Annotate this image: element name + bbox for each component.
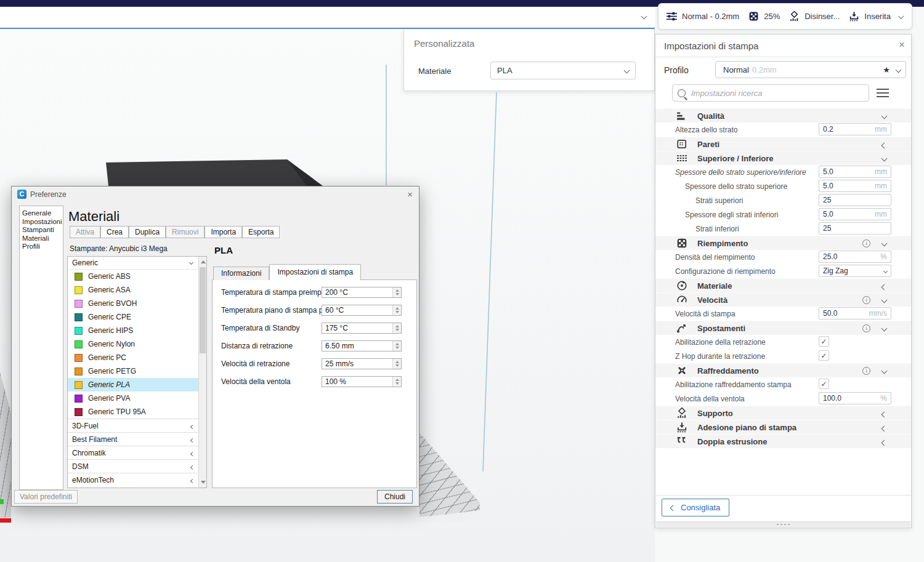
crea-button[interactable]: Crea <box>100 226 129 238</box>
settings-menu-icon[interactable] <box>877 89 889 97</box>
material-brand-best-filament[interactable]: Best Filament <box>68 432 206 446</box>
scroll-up-icon[interactable] <box>201 260 206 263</box>
setting-checkbox[interactable]: ✓ <box>819 379 829 389</box>
tab-impostazioni-di-stampa[interactable]: Impostazioni di stampa <box>269 264 361 280</box>
settings-category-materiale[interactable]: Materiale <box>655 278 911 292</box>
stage-item-25[interactable]: 25% <box>748 11 780 22</box>
material-item-generic-abs[interactable]: Generic ABS <box>68 270 206 283</box>
field-spinbox[interactable]: 200 °C <box>322 287 402 298</box>
sidebar-item-impostazioni[interactable]: Impostazioni <box>22 218 63 227</box>
material-field-temperatura-di-stampa-preimp: Temperatura di stampa preimp...200 °C <box>221 287 416 298</box>
material-item-generic-bvoh[interactable]: Generic BVOH <box>68 297 206 310</box>
info-icon[interactable]: i <box>862 324 870 332</box>
stage-item-normal-0-2mm[interactable]: Normal - 0.2mm <box>666 11 739 22</box>
info-icon[interactable]: i <box>862 367 870 375</box>
duplica-button[interactable]: Duplica <box>129 226 166 238</box>
material-item-generic-cpe[interactable]: Generic CPE <box>68 310 206 324</box>
profile-dropdown[interactable]: Normal 0.2mm ★ <box>715 61 906 78</box>
setting-row-abilitazione-raffreddamento-stampa: Abilitazione raffreddamento stampa✓ <box>655 377 911 391</box>
material-item-generic-pla[interactable]: Generic PLA <box>68 378 206 391</box>
panel-resize-handle[interactable] <box>656 521 910 527</box>
material-brand-dsm[interactable]: DSM <box>68 459 206 473</box>
setting-input[interactable]: 50.0mm/s <box>819 307 891 319</box>
material-item-generic-pva[interactable]: Generic PVA <box>68 391 206 405</box>
material-item-generic-hips[interactable]: Generic HIPS <box>68 324 206 337</box>
materials-scrollbar[interactable] <box>198 257 206 488</box>
material-group-generic[interactable]: Generic <box>68 257 206 270</box>
dialog-title-bar[interactable]: C Preferenze × <box>12 187 419 203</box>
setting-input[interactable]: 25 <box>819 194 891 206</box>
setting-dropdown[interactable]: Zig Zag <box>819 265 891 277</box>
category-label: Raffreddamento <box>697 366 759 375</box>
defaults-button[interactable]: Valori predefiniti <box>14 490 78 504</box>
material-brand-chromatik[interactable]: Chromatik <box>68 446 206 459</box>
settings-category-pareti[interactable]: Pareti <box>655 137 911 151</box>
spinner-arrows-icon[interactable] <box>392 341 401 351</box>
material-icon <box>676 280 687 291</box>
info-icon[interactable]: i <box>862 296 870 304</box>
settings-category-qualit[interactable]: Qualità <box>655 108 911 122</box>
material-item-generic-asa[interactable]: Generic ASA <box>68 283 206 297</box>
sidebar-item-materiali[interactable]: Materiali <box>22 235 63 243</box>
field-spinbox[interactable]: 6.50 mm <box>322 340 402 351</box>
settings-category-supporto[interactable]: Supporto <box>655 406 911 420</box>
spinner-arrows-icon[interactable] <box>392 305 401 315</box>
search-input[interactable] <box>691 89 864 98</box>
info-icon[interactable]: i <box>862 239 870 247</box>
spinner-arrows-icon[interactable] <box>392 323 401 333</box>
setting-input[interactable]: 0.2mm <box>819 123 891 135</box>
settings-search[interactable] <box>672 84 869 102</box>
close-icon[interactable]: × <box>899 39 905 51</box>
setting-input[interactable]: 5.0mm <box>819 208 891 220</box>
field-spinbox[interactable]: 25 mm/s <box>322 358 402 369</box>
setting-checkbox[interactable]: ✓ <box>819 336 829 347</box>
star-icon[interactable]: ★ <box>883 65 890 74</box>
field-spinbox[interactable]: 100 % <box>322 376 402 387</box>
chevron-down-icon[interactable] <box>898 14 904 19</box>
settings-category-spostamenti[interactable]: Spostamentii <box>655 321 911 335</box>
settings-category-superiore-inferiore[interactable]: Superiore / Inferiore <box>655 151 911 165</box>
setting-input[interactable]: 5.0mm <box>819 166 891 178</box>
sidebar-item-stampanti[interactable]: Stampanti <box>22 226 63 235</box>
material-dropdown[interactable]: PLA <box>490 62 636 79</box>
print-setup-summary-bar[interactable]: Normal - 0.2mm25%Disinser...Inserita <box>658 3 912 30</box>
settings-category-doppia-estrusione[interactable]: Doppia estrusione <box>655 434 911 448</box>
material-label: Generic Nylon <box>88 340 135 348</box>
sidebar-item-generale[interactable]: Generale <box>22 209 63 218</box>
esporta-button[interactable]: Esporta <box>242 226 280 238</box>
material-item-generic-nylon[interactable]: Generic Nylon <box>68 337 206 351</box>
settings-category-raffreddamento[interactable]: Raffreddamentoi <box>655 363 911 377</box>
settings-category-adesione-piano-di-stampa[interactable]: Adesione piano di stampa <box>655 420 911 434</box>
setting-input[interactable]: 25.0% <box>819 251 891 263</box>
material-brand-3d-fuel[interactable]: 3D-Fuel <box>68 419 206 432</box>
material-brand-emotiontech[interactable]: eMotionTech <box>68 473 206 486</box>
sidebar-item-profili[interactable]: Profili <box>22 243 63 251</box>
material-item-generic-tpu-95a[interactable]: Generic TPU 95A <box>68 405 206 419</box>
spinner-arrows-icon[interactable] <box>392 359 401 369</box>
spinner-arrows-icon[interactable] <box>392 287 401 297</box>
chevron-down-icon[interactable] <box>641 14 647 20</box>
stage-item-inserita[interactable]: Inserita <box>848 11 891 22</box>
scrollbar-thumb[interactable] <box>200 267 206 353</box>
settings-category-velocit[interactable]: Velocitài <box>655 292 911 307</box>
model-3d <box>106 159 320 186</box>
material-item-generic-petg[interactable]: Generic PETG <box>68 364 206 378</box>
importa-button[interactable]: Importa <box>205 226 242 238</box>
material-detail-pane: Temperatura di stampa preimp...200 °CTem… <box>212 279 417 488</box>
field-spinbox[interactable]: 60 °C <box>322 305 402 316</box>
recommended-mode-button[interactable]: Consigliata <box>662 499 729 516</box>
spinner-arrows-icon[interactable] <box>392 377 401 387</box>
field-spinbox[interactable]: 175 °C <box>322 323 402 334</box>
setting-input[interactable]: 25 <box>819 222 891 235</box>
setting-input[interactable]: 100.0% <box>819 392 891 404</box>
setting-input[interactable]: 5.0mm <box>819 180 891 192</box>
settings-category-riempimento[interactable]: Riempimentoi <box>655 236 911 250</box>
scroll-down-icon[interactable] <box>201 481 206 484</box>
chevron-left-icon <box>190 452 195 456</box>
setting-checkbox[interactable]: ✓ <box>819 350 829 361</box>
stage-item-disinser[interactable]: Disinser... <box>788 11 840 22</box>
close-icon[interactable]: × <box>407 189 413 199</box>
close-dialog-button[interactable]: Chiudi <box>377 490 413 504</box>
tab-informazioni[interactable]: Informazioni <box>213 267 269 280</box>
material-item-generic-pc[interactable]: Generic PC <box>68 351 206 364</box>
